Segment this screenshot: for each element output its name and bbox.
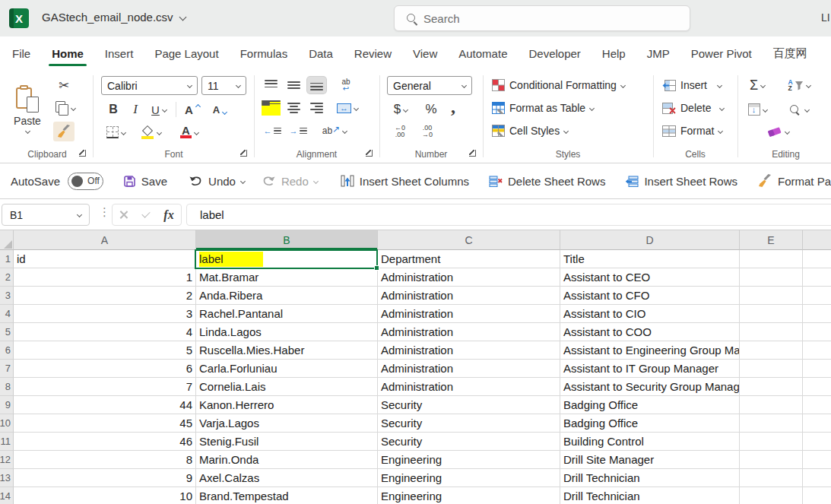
cell[interactable]: Drill Site Manager: [560, 451, 740, 469]
cell[interactable]: Assistant to CIO: [560, 305, 740, 323]
insert-sheet-rows-button[interactable]: Insert Sheet Rows: [625, 175, 737, 188]
copy-button[interactable]: [52, 99, 79, 117]
font-color-button[interactable]: A: [176, 123, 203, 141]
tab-jmp[interactable]: JMP: [636, 36, 680, 70]
cell[interactable]: [803, 287, 831, 305]
wrap-text-button[interactable]: ab↩: [336, 75, 356, 95]
cell[interactable]: [803, 396, 831, 414]
cell[interactable]: [803, 433, 831, 451]
cell[interactable]: 9: [14, 469, 196, 487]
insert-sheet-columns-button[interactable]: Insert Sheet Columns: [341, 175, 469, 188]
align-center-button[interactable]: [284, 100, 303, 116]
cell[interactable]: 44: [14, 396, 196, 414]
qat-format-painter-button[interactable]: Format Painter: [757, 173, 831, 189]
column-header-b[interactable]: B: [196, 230, 378, 250]
cell[interactable]: Stenig.Fusil: [196, 433, 378, 451]
cell[interactable]: Security: [378, 414, 560, 433]
cell[interactable]: [740, 396, 803, 414]
cell[interactable]: [740, 433, 803, 451]
currency-button[interactable]: $: [389, 100, 413, 119]
cell[interactable]: Drill Technician: [560, 487, 740, 504]
formula-input[interactable]: label: [186, 204, 831, 226]
insert-cells-button[interactable]: Insert: [662, 76, 722, 94]
comma-style-button[interactable]: ,: [446, 97, 460, 116]
cell-b1-selected[interactable]: label: [196, 250, 378, 268]
number-format-select[interactable]: General: [387, 76, 472, 95]
cell[interactable]: 4: [14, 323, 196, 341]
cut-button[interactable]: ✂: [55, 76, 73, 94]
formula-bar-grip[interactable]: ⋮: [99, 205, 110, 219]
cell[interactable]: Badging Office: [560, 396, 740, 414]
column-header-e[interactable]: E: [740, 230, 803, 250]
row-header[interactable]: 12: [0, 451, 14, 469]
format-painter-button[interactable]: [53, 122, 75, 141]
cell[interactable]: 10: [14, 487, 196, 504]
bold-button[interactable]: B: [106, 100, 121, 119]
undo-button[interactable]: Undo: [189, 175, 245, 188]
cell[interactable]: [740, 341, 803, 360]
cell[interactable]: [740, 414, 803, 433]
clear-button[interactable]: [762, 122, 794, 141]
cell[interactable]: Engineering: [378, 451, 560, 469]
cell[interactable]: Assistant to IT Group Manager: [560, 360, 740, 378]
cell[interactable]: Kanon.Herrero: [196, 396, 378, 414]
cell[interactable]: [803, 487, 831, 504]
cell[interactable]: Engineering: [378, 487, 560, 504]
row-header[interactable]: 1: [0, 250, 14, 268]
cell[interactable]: Administration: [378, 305, 560, 323]
cell[interactable]: Linda.Lagos: [196, 323, 378, 341]
align-right-button[interactable]: [307, 100, 326, 116]
orientation-button[interactable]: ab↗: [318, 122, 351, 139]
cell[interactable]: 46: [14, 433, 196, 451]
cell[interactable]: [803, 323, 831, 341]
cell[interactable]: Security: [378, 396, 560, 414]
cell[interactable]: Assistant to COO: [560, 323, 740, 341]
font-size-select[interactable]: 11: [201, 76, 246, 95]
cell[interactable]: Administration: [378, 268, 560, 287]
cell-a1[interactable]: id: [14, 250, 196, 268]
row-header[interactable]: 13: [0, 469, 14, 487]
delete-cells-button[interactable]: Delete: [662, 99, 724, 117]
tab-page-layout[interactable]: Page Layout: [144, 36, 229, 70]
tab-developer[interactable]: Developer: [518, 36, 591, 70]
percent-button[interactable]: %: [422, 100, 440, 119]
dialog-launcher-icon[interactable]: [366, 150, 373, 157]
format-as-table-button[interactable]: Format as Table: [492, 99, 594, 117]
grow-font-button[interactable]: A: [182, 100, 203, 119]
cell[interactable]: [740, 268, 803, 287]
cell[interactable]: [740, 378, 803, 396]
cell[interactable]: Administration: [378, 360, 560, 378]
autosave-toggle[interactable]: Off: [68, 173, 103, 190]
cell-c1[interactable]: Department: [378, 250, 560, 268]
cell[interactable]: [803, 451, 831, 469]
tab-home[interactable]: Home: [41, 36, 94, 70]
cell[interactable]: Assistant to CFO: [560, 287, 740, 305]
dialog-launcher-icon[interactable]: [79, 150, 86, 157]
merge-center-button[interactable]: ↔: [331, 100, 363, 116]
cell[interactable]: 6: [14, 360, 196, 378]
excel-app-icon[interactable]: X: [9, 8, 29, 28]
row-header[interactable]: 6: [0, 341, 14, 360]
cell[interactable]: Assistant to Engineering Group Manager: [560, 341, 740, 360]
column-header-d[interactable]: D: [560, 230, 740, 250]
cell[interactable]: Carla.Forluniau: [196, 360, 378, 378]
delete-sheet-rows-button[interactable]: Delete Sheet Rows: [489, 175, 605, 188]
increase-decimal-button[interactable]: ←0.00: [389, 122, 411, 141]
cell[interactable]: [740, 250, 803, 268]
cell[interactable]: Ruscella.Mies.Haber: [196, 341, 378, 360]
cell[interactable]: Administration: [378, 323, 560, 341]
sort-filter-button[interactable]: AZ: [783, 76, 815, 94]
row-header[interactable]: 2: [0, 268, 14, 287]
cell[interactable]: Assistant to CEO: [560, 268, 740, 287]
cancel-icon[interactable]: [119, 211, 128, 219]
enter-icon[interactable]: [141, 209, 150, 217]
conditional-formatting-button[interactable]: Conditional Formatting: [492, 76, 625, 94]
cell[interactable]: [803, 469, 831, 487]
cell[interactable]: [740, 451, 803, 469]
user-badge[interactable]: LI: [821, 11, 830, 24]
cell[interactable]: [740, 287, 803, 305]
cell[interactable]: Varja.Lagos: [196, 414, 378, 433]
cell[interactable]: Mat.Bramar: [196, 268, 378, 287]
cell[interactable]: Assistant to Security Group Manager: [560, 378, 740, 396]
tab-view[interactable]: View: [402, 36, 448, 70]
